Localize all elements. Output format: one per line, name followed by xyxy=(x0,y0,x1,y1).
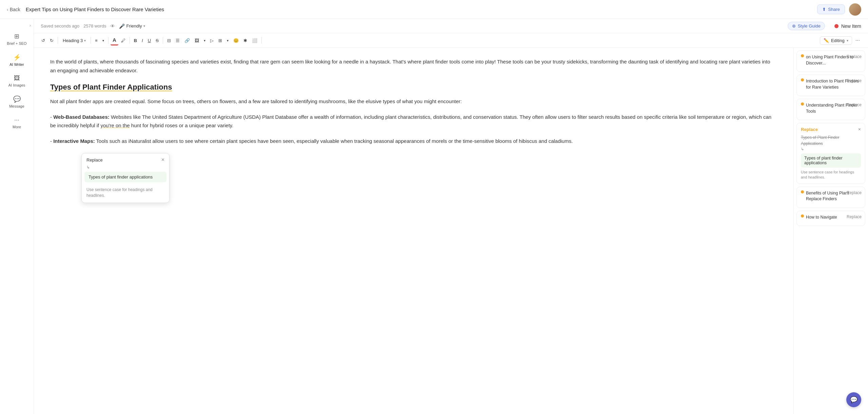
new-item-button[interactable]: New Item xyxy=(834,23,861,29)
bold-button[interactable]: B xyxy=(132,36,139,45)
rs-arrow-icon: ↳ xyxy=(801,146,861,152)
heading-selector[interactable]: Heading 3 ▾ xyxy=(60,37,88,44)
style-guide-button[interactable]: ⊕ Style Guide xyxy=(788,22,825,30)
share-button[interactable]: ⬆ Share xyxy=(817,4,845,14)
rs-replace-btn-5[interactable]: Replace xyxy=(847,190,862,195)
interactive-maps-para: - Interactive Maps: Tools such as iNatur… xyxy=(50,137,777,146)
sidebar-item-label: More xyxy=(13,125,21,129)
align-chevron-button[interactable]: ▾ xyxy=(100,37,106,44)
text-color-button[interactable]: A xyxy=(111,35,118,45)
rs-replace-label: Replace xyxy=(801,127,818,132)
chat-bubble-button[interactable]: 💬 xyxy=(846,392,861,407)
table-chevron[interactable]: ▾ xyxy=(225,37,231,44)
rs-card-1: on Using Plant Finders to Discover... Re… xyxy=(796,51,865,72)
heading-chevron-icon: ▾ xyxy=(84,39,86,42)
replace-popup-title: Replace xyxy=(86,157,103,163)
sidebar-item-ai-writer[interactable]: ⚡ AI Writer xyxy=(2,50,32,70)
sidebar-item-label: Message xyxy=(9,104,24,108)
editor-meta-bar: Saved seconds ago 2578 words 👁 🎤 Friendl… xyxy=(34,19,868,33)
rs-dot-2 xyxy=(801,78,804,81)
sidebar-item-brief-seo[interactable]: ⊞ Brief + SEO xyxy=(2,29,32,49)
italic-button[interactable]: I xyxy=(140,36,145,45)
redo-button[interactable]: ↻ xyxy=(48,36,56,45)
emoji-button[interactable]: 😊 xyxy=(231,36,241,45)
rs-replace-btn-2[interactable]: Replace xyxy=(847,78,862,83)
tone-label: Friendly xyxy=(126,23,142,29)
editing-mode-selector[interactable]: ✏️ Editing ▾ xyxy=(820,36,852,45)
frame-button[interactable]: ⬜ xyxy=(250,36,259,45)
more-options-button[interactable]: ··· xyxy=(853,36,863,45)
main-layout: › ⊞ Brief + SEO ⚡ AI Writer 🖼 AI Images … xyxy=(0,19,868,414)
interactive-maps-label: Interactive Maps: xyxy=(53,138,95,144)
heading-label: Heading 3 xyxy=(63,38,83,43)
editor-content[interactable]: In the world of plants, where thousands … xyxy=(34,48,793,414)
web-databases-para: - Web-Based Databases: Websites like The… xyxy=(50,113,777,130)
rs-replace-close-button[interactable]: × xyxy=(858,127,861,132)
image-button[interactable]: 🖼 xyxy=(193,36,201,45)
align-center-button[interactable]: ⊟ xyxy=(165,36,173,45)
types-heading: Types of Plant Finder Applications xyxy=(50,83,777,92)
replace-popup-arrow: ↳ xyxy=(82,165,169,172)
editing-chevron-icon: ▾ xyxy=(847,39,848,42)
sidebar-item-ai-images[interactable]: 🖼 AI Images xyxy=(2,71,32,91)
link-button[interactable]: 🔗 xyxy=(182,36,192,45)
eye-icon[interactable]: 👁 xyxy=(110,23,115,29)
table-button[interactable]: ⊞ xyxy=(216,36,224,45)
sidebar-item-message[interactable]: 💬 Message xyxy=(2,92,32,112)
sidebar-expand-icon[interactable]: › xyxy=(29,23,31,28)
highlighted-text: you're on the xyxy=(100,123,130,128)
sidebar-item-label: Brief + SEO xyxy=(7,41,26,45)
align-left-button[interactable]: ≡ xyxy=(93,36,100,45)
image-chevron[interactable]: ▾ xyxy=(202,37,208,44)
editing-label: Editing xyxy=(831,38,845,43)
ai-images-icon: 🖼 xyxy=(14,75,20,82)
highlight-button[interactable]: 🖊 xyxy=(119,36,127,45)
replace-popup-header: Replace × xyxy=(82,153,169,165)
ai-writer-icon: ⚡ xyxy=(13,54,21,61)
rs-hint: Use sentence case for headings and headl… xyxy=(801,170,861,180)
rs-card-2: Introduction to Plant Finders for Rare V… xyxy=(796,75,865,96)
rs-suggestion[interactable]: Types of plant finder applications xyxy=(801,153,861,168)
web-databases-label: Web-Based Databases: xyxy=(53,114,110,120)
format-toolbar: ↺ ↻ Heading 3 ▾ ≡ ▾ A 🖊 B I U S ⊟ ☰ 🔗 🖼 … xyxy=(34,33,868,48)
new-item-label: New Item xyxy=(841,23,861,29)
rs-replace-btn-3[interactable]: Replace xyxy=(847,102,862,107)
replace-popup-hint: Use sentence case for headings and headl… xyxy=(82,185,169,203)
replace-popup-suggestion[interactable]: Types of plant finder applications xyxy=(84,172,166,182)
share-label: Share xyxy=(828,7,840,12)
sidebar-item-label: AI Images xyxy=(8,83,25,87)
avatar-image xyxy=(849,3,861,16)
separator xyxy=(261,37,262,44)
rs-dot-3 xyxy=(801,102,804,106)
sidebar-item-more[interactable]: ··· More xyxy=(2,113,32,132)
message-icon: 💬 xyxy=(13,95,21,103)
list-button[interactable]: ☰ xyxy=(174,36,182,45)
separator xyxy=(108,37,108,44)
tone-selector[interactable]: 🎤 Friendly ▾ xyxy=(119,23,145,29)
content-wrapper: In the world of plants, where thousands … xyxy=(34,48,868,414)
rs-dot-5 xyxy=(801,190,804,193)
page-title: Expert Tips on Using Plant Finders to Di… xyxy=(26,6,817,12)
rs-replace-card-header: Replace × xyxy=(801,127,861,132)
rs-dot-1 xyxy=(801,54,804,57)
avatar[interactable] xyxy=(849,3,861,16)
special-char-button[interactable]: ✱ xyxy=(241,36,249,45)
replace-popup-close-button[interactable]: × xyxy=(161,157,164,163)
rs-card-6: How to Navigate Replace xyxy=(796,211,865,226)
play-button[interactable]: ▷ xyxy=(208,36,216,45)
back-button[interactable]: ‹ Back xyxy=(7,7,20,12)
right-sidebar: on Using Plant Finders to Discover... Re… xyxy=(793,48,868,414)
rs-replace-card: Replace × Types of Plant Finder Applicat… xyxy=(796,123,865,184)
top-nav: ‹ Back Expert Tips on Using Plant Finder… xyxy=(0,0,868,19)
style-guide-icon: ⊕ xyxy=(792,23,796,29)
underline-button[interactable]: U xyxy=(146,36,153,45)
new-item-dot-icon xyxy=(834,24,839,28)
rs-replace-btn-6[interactable]: Replace xyxy=(847,214,862,219)
microphone-icon: 🎤 xyxy=(119,23,125,29)
undo-button[interactable]: ↺ xyxy=(39,36,47,45)
separator xyxy=(91,37,91,44)
rs-replace-btn-1[interactable]: Replace xyxy=(847,54,862,59)
strikethrough-button[interactable]: S xyxy=(154,36,161,45)
tone-chevron-icon: ▾ xyxy=(143,24,145,28)
sidebar-item-label: AI Writer xyxy=(9,62,24,67)
